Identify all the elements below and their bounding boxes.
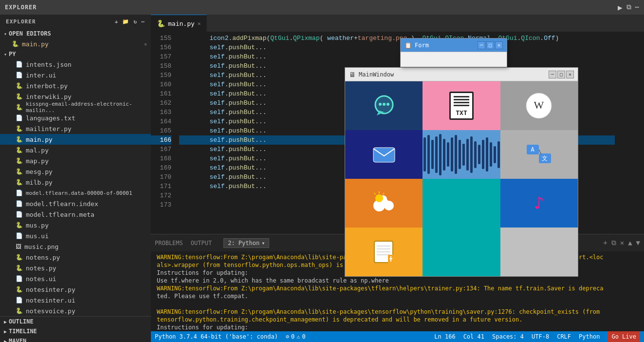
file-notesinter-ui[interactable]: 📄 notesinter.ui [0, 295, 151, 305]
file-mal-py[interactable]: 🐍 mal.py [0, 145, 151, 155]
email-icon-cell[interactable] [345, 130, 423, 179]
new-file-icon[interactable]: + [115, 19, 119, 25]
mainwindow-floating[interactable]: 🖥 MainWindow ─ □ ✕ [345, 67, 578, 277]
file-inter-ui[interactable]: 📄 inter.ui [0, 70, 151, 80]
file-languages-txt[interactable]: 📄 languages.txt [0, 113, 151, 123]
audio-cell[interactable] [423, 130, 500, 179]
filename: mal.py [26, 147, 49, 154]
notebook-empty-cell[interactable] [423, 228, 500, 276]
python-file-icon: 🐍 [12, 40, 19, 47]
form-maximize-btn[interactable]: □ [486, 41, 494, 49]
status-encoding[interactable]: UTF-8 [532, 331, 549, 342]
line-num: 161 [151, 89, 171, 98]
open-editor-main-py[interactable]: 🐍 main.py ✕ [0, 38, 151, 49]
run-icon[interactable]: ▶ [618, 3, 623, 12]
filename: notens.py [26, 254, 60, 261]
wave-bar [443, 139, 445, 171]
outline-section[interactable]: ▶ OUTLINE [0, 316, 151, 326]
file-notens-py[interactable]: 🐍 notens.py [0, 252, 151, 263]
tab-output[interactable]: OUTPUT [191, 238, 212, 248]
chat-icon-cell[interactable] [345, 81, 423, 130]
file-interbot-py[interactable]: 🐍 interbot.py [0, 80, 151, 91]
file-milb-py[interactable]: 🐍 milb.py [0, 177, 151, 188]
file-notesvoice-py[interactable]: 🐍 notesvoice.py [0, 305, 151, 316]
file-model-data[interactable]: 📄 model.tflearn.data-00000-of-00001 [0, 188, 151, 198]
svg-line-20 [383, 193, 384, 194]
mainwindow-maximize-btn[interactable]: □ [557, 71, 565, 78]
form-minimize-btn[interactable]: ─ [478, 41, 485, 49]
svg-text:文: 文 [542, 155, 548, 162]
file-music-png[interactable]: 🖼 music.png [0, 241, 151, 252]
wiki-cell[interactable]: W [500, 81, 578, 130]
file-kisspng[interactable]: 🐍 kisspng-email-address-electronic-maili… [0, 102, 151, 113]
notebook-icon-cell[interactable] [345, 228, 423, 276]
tab-close-icon[interactable]: ✕ [198, 20, 201, 27]
file-interwiki-py[interactable]: 🐍 interwiki.py [0, 91, 151, 102]
tab-problems[interactable]: PROBLEMS [155, 238, 183, 248]
data-icon: 📄 [16, 190, 23, 196]
py-section-header[interactable]: ▾ PY [0, 49, 151, 59]
mainwindow-close-btn[interactable]: ✕ [566, 71, 574, 78]
translate-cell[interactable]: A 文 [500, 130, 578, 179]
tab-main-py[interactable]: 🐍 main.py ✕ [151, 15, 207, 32]
mainwindow-icon-grid: TXT W [345, 81, 578, 276]
ui-icon3: 📄 [16, 275, 23, 282]
file-mus-ui[interactable]: 📄 mus.ui [0, 230, 151, 241]
file-notes-ui[interactable]: 📄 notes.ui [0, 273, 151, 284]
mainwindow-minimize-btn[interactable]: ─ [549, 71, 556, 78]
timeline-section[interactable]: ▶ TIMELINE [0, 326, 151, 336]
txt-doc-cell[interactable]: TXT [423, 81, 500, 130]
status-errors[interactable]: ⊘ 0 ⚠ 0 [286, 333, 306, 340]
file-map-py[interactable]: 🐍 map.py [0, 155, 151, 166]
line-num: 171 [151, 182, 171, 191]
file-intents-json[interactable]: 📄 intents.json [0, 59, 151, 70]
error-icon: ⊘ [286, 333, 289, 340]
maven-section[interactable]: ▶ MAVEN [0, 336, 151, 342]
close-editor-icon[interactable]: ✕ [144, 41, 147, 47]
status-go-live[interactable]: Go Live [607, 331, 640, 342]
file-model-index[interactable]: 📄 model.tflearn.index [0, 198, 151, 209]
sidebar-header: EXPLORER + 📁 ↻ ⋯ [0, 15, 151, 29]
file-mailinter-py[interactable]: 🐍 mailinter.py [0, 123, 151, 134]
terminal-line-5: WARNING:tensorflow:From Z:\progam\Anacon… [157, 285, 638, 292]
py-icon: 🐍 [16, 82, 23, 89]
new-folder-icon[interactable]: 📁 [122, 19, 129, 25]
line-num: 155 [151, 34, 171, 43]
form-close-btn[interactable]: ✕ [495, 41, 503, 49]
open-editors-header[interactable]: ▾ OPEN EDITORS [0, 29, 151, 38]
music-cell[interactable]: ♪ [500, 179, 578, 228]
close-panel-icon[interactable]: ✕ [620, 239, 624, 247]
center-empty-cell[interactable] [423, 179, 500, 228]
maximize-panel-icon[interactable]: ▲ [628, 239, 632, 247]
file-notesinter-py[interactable]: 🐍 notesinter.py [0, 284, 151, 295]
filename: mus.ui [26, 232, 49, 240]
filename: inter.ui [26, 72, 56, 79]
minimize-panel-icon[interactable]: ▼ [636, 239, 640, 247]
terminal-line-7 [157, 300, 638, 308]
json-icon: 📄 [16, 61, 23, 68]
status-col[interactable]: Col 41 [463, 331, 484, 342]
collapse-icon[interactable]: ⋯ [141, 19, 145, 25]
more-actions-icon[interactable]: ⋯ [635, 3, 639, 12]
status-line[interactable]: Ln 166 [434, 331, 455, 342]
wave-bar [486, 137, 488, 171]
status-line-ending[interactable]: CRLF [557, 331, 571, 342]
form-floating[interactable]: 📋 Form ─ □ ✕ [400, 38, 507, 67]
wave-bar [451, 137, 453, 171]
add-terminal-icon[interactable]: + [603, 239, 607, 247]
file-mus-py[interactable]: 🐍 mus.py [0, 220, 151, 230]
status-language[interactable]: Python [579, 331, 600, 342]
file-notes-py[interactable]: 🐍 notes.py [0, 263, 151, 273]
file-mesg-py[interactable]: 🐍 mesg.py [0, 166, 151, 177]
file-main-py[interactable]: 🐍 main.py [0, 134, 151, 145]
file-model-meta[interactable]: 📄 model.tflearn.meta [0, 209, 151, 220]
refresh-icon[interactable]: ↻ [134, 19, 138, 25]
split-terminal-icon[interactable]: ⧉ [611, 239, 616, 247]
terminal-select[interactable]: 2: Python ▾ [223, 238, 269, 248]
split-editor-icon[interactable]: ⧉ [626, 3, 631, 12]
py-icon12: 🐍 [16, 286, 23, 293]
weather-cell[interactable] [345, 179, 423, 228]
panel-tab-actions: + ⧉ ✕ ▲ ▼ [603, 239, 640, 247]
status-python-version[interactable]: Python 3.7.4 64-bit ('base': conda) [155, 333, 278, 340]
status-spaces[interactable]: Spaces: 4 [492, 331, 524, 342]
